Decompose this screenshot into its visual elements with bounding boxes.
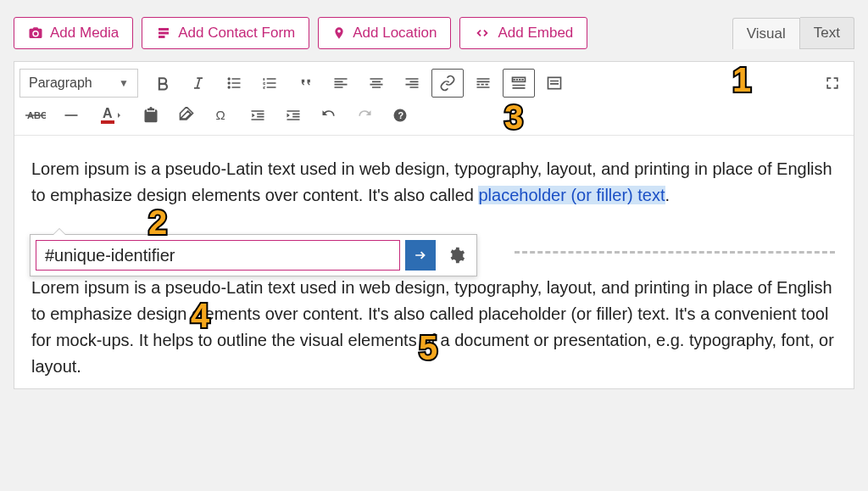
redo-button[interactable]: [348, 101, 381, 130]
align-left-button[interactable]: [325, 69, 357, 98]
undo-button[interactable]: [313, 101, 345, 130]
paragraph-1[interactable]: Lorem ipsum is a pseudo-Latin text used …: [31, 156, 837, 209]
svg-rect-7: [65, 114, 78, 116]
camera-icon: [28, 25, 43, 41]
special-character-button[interactable]: Ω: [206, 101, 238, 130]
svg-point-0: [228, 77, 231, 80]
horizontal-rule-button[interactable]: [55, 101, 87, 130]
outdent-button[interactable]: [242, 101, 274, 130]
embed-icon: [474, 26, 491, 40]
toolbar-row-1: Paragraph ▼: [19, 67, 849, 99]
text-color-button[interactable]: A: [91, 101, 131, 130]
svg-text:Ω: Ω: [216, 108, 225, 122]
paste-text-button[interactable]: [135, 101, 167, 130]
add-embed-label: Add Embed: [498, 25, 573, 42]
svg-rect-9: [101, 120, 114, 124]
add-media-label: Add Media: [50, 25, 119, 42]
blockquote-button[interactable]: [289, 69, 321, 98]
location-icon: [332, 25, 346, 41]
align-center-button[interactable]: [360, 69, 392, 98]
insert-link-button[interactable]: [431, 69, 464, 98]
editor-mode-tabs: Visual Text: [732, 17, 854, 49]
tab-visual[interactable]: Visual: [732, 18, 800, 49]
add-media-button[interactable]: Add Media: [14, 17, 133, 49]
add-embed-button[interactable]: Add Embed: [459, 17, 587, 49]
selected-link-text[interactable]: placeholder (or filler) text: [478, 186, 665, 204]
add-contact-form-button[interactable]: Add Contact Form: [142, 17, 309, 49]
clear-formatting-button[interactable]: [170, 101, 203, 130]
insert-link-popup: [30, 234, 477, 276]
italic-button[interactable]: [182, 69, 214, 98]
block-panel-button[interactable]: [538, 69, 570, 98]
more-divider: [515, 251, 835, 254]
apply-link-button[interactable]: [405, 240, 436, 271]
top-actions-bar: Add Media Add Contact Form Add Location …: [14, 17, 854, 49]
link-url-input[interactable]: [36, 240, 400, 271]
svg-point-1: [228, 81, 231, 84]
add-location-label: Add Location: [353, 25, 437, 42]
para1-text-b: .: [665, 186, 670, 204]
bullet-list-button[interactable]: [218, 69, 250, 98]
fullscreen-button[interactable]: [816, 69, 849, 98]
link-settings-button[interactable]: [441, 240, 471, 271]
insert-more-button[interactable]: [467, 69, 499, 98]
paragraph-format-select[interactable]: Paragraph ▼: [19, 69, 138, 98]
indent-button[interactable]: [277, 101, 309, 130]
editor-frame: Paragraph ▼: [14, 61, 854, 389]
svg-text:A: A: [103, 106, 113, 120]
align-right-button[interactable]: [396, 69, 428, 98]
help-button[interactable]: ?: [384, 101, 416, 130]
toolbar-row-2: ABC A Ω: [19, 99, 849, 131]
svg-text:?: ?: [398, 110, 404, 120]
editor-toolbar: Paragraph ▼: [14, 62, 854, 136]
editor-content[interactable]: Lorem ipsum is a pseudo-Latin text used …: [14, 136, 854, 388]
strikethrough-button[interactable]: ABC: [19, 101, 52, 130]
para1-text-a: Lorem ipsum is a pseudo-Latin text used …: [31, 159, 832, 204]
format-select-label: Paragraph: [29, 75, 92, 91]
form-icon: [156, 25, 171, 41]
chevron-down-icon: ▼: [119, 77, 129, 89]
toolbar-toggle-button[interactable]: [503, 69, 535, 98]
bold-button[interactable]: [147, 69, 179, 98]
paragraph-2[interactable]: Lorem ipsum is a pseudo-Latin text used …: [31, 275, 837, 380]
tab-text[interactable]: Text: [800, 17, 854, 49]
add-contact-form-label: Add Contact Form: [178, 25, 295, 42]
svg-point-2: [228, 86, 231, 88]
add-location-button[interactable]: Add Location: [318, 17, 451, 49]
numbered-list-button[interactable]: [253, 69, 286, 98]
